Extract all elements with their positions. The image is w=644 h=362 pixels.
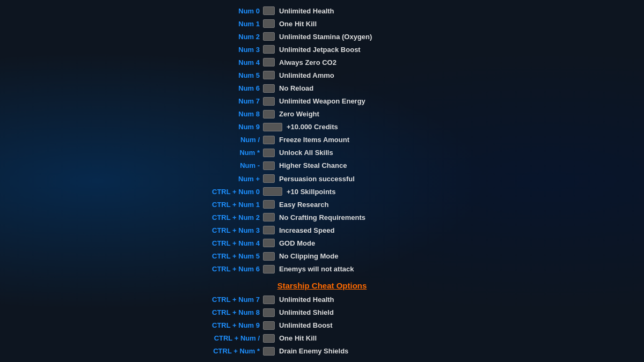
key-label: Num *	[193, 149, 263, 157]
toggle-checkbox[interactable]	[263, 136, 275, 144]
cheat-row: CTRL + Num 6Enemys will not attack	[193, 263, 451, 275]
cheat-description: Higher Steal Chance	[279, 161, 347, 169]
cheat-description: Unlimited Ammo	[279, 71, 334, 79]
cheat-description: Increased Speed	[279, 226, 334, 234]
toggle-checkbox[interactable]	[263, 149, 275, 157]
cheat-row: CTRL + Num 5No Clipping Mode	[193, 250, 451, 262]
toggle-checkbox[interactable]	[263, 6, 275, 15]
key-label: CTRL + Num /	[193, 334, 263, 342]
cheat-description: Unlimited Shield	[279, 308, 334, 316]
cheat-description: No Clipping Mode	[279, 252, 338, 260]
cheat-row: CTRL + Num 7Unlimited Health	[193, 294, 451, 306]
key-label: CTRL + Num 1	[193, 201, 263, 209]
toggle-checkbox[interactable]	[263, 84, 275, 93]
key-label: Num 5	[193, 71, 263, 79]
key-label: Num 9	[193, 123, 263, 131]
toggle-checkbox[interactable]	[263, 123, 282, 131]
cheat-description: Enemys will not attack	[279, 265, 354, 273]
cheat-description: No Reload	[279, 84, 313, 92]
cheat-row: CTRL + Num 9Unlimited Boost	[193, 320, 451, 331]
toggle-checkbox[interactable]	[263, 265, 275, 274]
cheat-description: Always Zero CO2	[279, 58, 336, 67]
cheat-row: Num -Higher Steal Chance	[193, 160, 451, 172]
key-label: CTRL + Num 6	[193, 265, 263, 273]
cheat-description: Unlimited Health	[279, 295, 334, 304]
key-label: Num 2	[193, 33, 263, 41]
toggle-checkbox[interactable]	[263, 161, 275, 170]
cheat-description: Unlimited Weapon Energy	[279, 97, 365, 105]
cheat-description: Zero Weight	[279, 110, 319, 118]
toggle-checkbox[interactable]	[263, 71, 275, 79]
cheat-row: Num 7Unlimited Weapon Energy	[193, 95, 451, 107]
cheat-row: Num +Persuasion successful	[193, 173, 451, 184]
toggle-checkbox[interactable]	[263, 213, 275, 221]
toggle-checkbox[interactable]	[263, 45, 275, 54]
key-label: Num 4	[193, 58, 263, 67]
toggle-checkbox[interactable]	[263, 252, 275, 261]
toggle-checkbox[interactable]	[263, 200, 275, 209]
cheat-description: Unlimited Stamina (Oxygen)	[279, 33, 372, 41]
cheat-description: +10 Skillpoints	[287, 188, 335, 196]
toggle-checkbox[interactable]	[263, 187, 282, 196]
cheat-row: Num 9+10.000 Credits	[193, 121, 451, 133]
cheat-description: Freeze Items Amount	[279, 136, 349, 144]
toggle-checkbox[interactable]	[263, 239, 275, 247]
key-label: CTRL + Num 4	[193, 239, 263, 247]
toggle-checkbox[interactable]	[263, 295, 275, 304]
toggle-checkbox[interactable]	[263, 334, 275, 343]
cheat-description: Unlock All Skills	[279, 149, 333, 157]
toggle-checkbox[interactable]	[263, 97, 275, 106]
cheat-row: Num 8Zero Weight	[193, 108, 451, 120]
cheat-row: Num 4Always Zero CO2	[193, 56, 451, 68]
key-label: Num 0	[193, 7, 263, 15]
toggle-checkbox[interactable]	[263, 110, 275, 119]
cheat-row: Num 0Unlimited Health	[193, 5, 451, 17]
cheat-row: CTRL + Num 1Easy Research	[193, 198, 451, 210]
cheat-description: Unlimited Health	[279, 7, 334, 15]
cheat-description: Unlimited Boost	[279, 321, 333, 329]
cheat-row: Num 1One Hit Kill	[193, 18, 451, 29]
key-label: CTRL + Num 3	[193, 226, 263, 234]
toggle-checkbox[interactable]	[263, 19, 275, 28]
key-label: CTRL + Num 8	[193, 308, 263, 316]
key-label: Num 1	[193, 20, 263, 28]
cheat-row: CTRL + Num 0+10 Skillpoints	[193, 186, 451, 197]
cheat-row: CTRL + Num 3Increased Speed	[193, 224, 451, 236]
toggle-checkbox[interactable]	[263, 308, 275, 317]
toggle-checkbox[interactable]	[263, 32, 275, 41]
key-label: Num /	[193, 136, 263, 144]
toggle-checkbox[interactable]	[263, 226, 275, 234]
cheat-row: Num 6No Reload	[193, 82, 451, 94]
cheat-row: Num *Unlock All Skills	[193, 147, 451, 159]
cheat-description: +10.000 Credits	[287, 123, 338, 131]
cheat-description: Persuasion successful	[279, 175, 355, 183]
section-title: Starship Cheat Options	[277, 281, 367, 290]
key-label: Num -	[193, 161, 263, 169]
key-label: CTRL + Num *	[193, 347, 263, 355]
key-label: CTRL + Num 7	[193, 295, 263, 304]
key-label: Num 3	[193, 46, 263, 54]
cheat-description: Easy Research	[279, 201, 329, 209]
toggle-checkbox[interactable]	[263, 58, 275, 67]
toggle-checkbox[interactable]	[263, 347, 275, 356]
key-label: CTRL + Num 9	[193, 321, 263, 329]
cheat-row: CTRL + Num 2No Crafting Requirements	[193, 211, 451, 223]
cheat-description: Unlimited Jetpack Boost	[279, 46, 361, 54]
key-label: CTRL + Num 0	[193, 188, 263, 196]
cheat-row: Num /Freeze Items Amount	[193, 134, 451, 146]
key-label: Num 6	[193, 84, 263, 92]
key-label: Num 7	[193, 97, 263, 105]
key-label: CTRL + Num 5	[193, 252, 263, 260]
cheat-description: No Crafting Requirements	[279, 213, 365, 221]
toggle-checkbox[interactable]	[263, 321, 275, 330]
key-label: Num +	[193, 175, 263, 183]
toggle-checkbox[interactable]	[263, 174, 275, 183]
key-label: Num 8	[193, 110, 263, 118]
cheat-row: CTRL + Num 8Unlimited Shield	[193, 307, 451, 319]
key-label: CTRL + Num 2	[193, 213, 263, 221]
cheat-row: CTRL + Num *Drain Enemy Shields	[193, 345, 451, 357]
cheat-description: One Hit Kill	[279, 20, 317, 28]
cheat-description: GOD Mode	[279, 239, 315, 247]
cheat-description: Drain Enemy Shields	[279, 347, 348, 355]
cheat-row: Num 3Unlimited Jetpack Boost	[193, 43, 451, 55]
